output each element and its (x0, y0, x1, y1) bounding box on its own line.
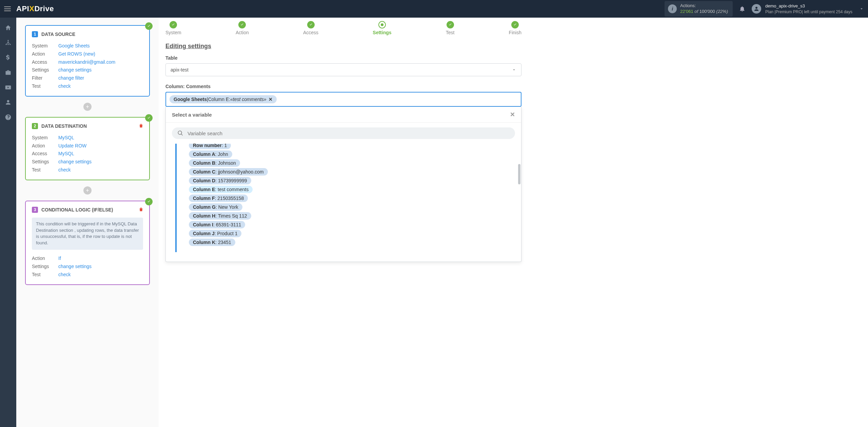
column-tag-input[interactable]: Google Sheets | Column E: «test comments… (165, 92, 521, 107)
card-data-destination: 2DATA DESTINATION SystemMySQLActionUpdat… (25, 117, 150, 180)
trash-icon[interactable] (138, 123, 144, 128)
variable-pill[interactable]: Row number: 1 (189, 144, 231, 149)
step-system[interactable]: System (165, 21, 181, 35)
logo[interactable]: APIXDrive (16, 4, 54, 13)
check-badge (145, 198, 153, 205)
right-column: System Action Access Settings Test Finis… (159, 18, 528, 427)
table-label: Table (165, 55, 521, 61)
help-icon[interactable] (5, 114, 12, 121)
variable-pill[interactable]: Column K: 23451 (189, 239, 235, 246)
link[interactable]: change settings (58, 263, 92, 271)
actions-usage[interactable]: i Actions: 22'061 of 100'000 (22%) (665, 1, 733, 17)
link[interactable]: change filter (58, 74, 84, 82)
logo-x: X (29, 4, 34, 13)
dropdown-title: Select a variable (172, 112, 212, 118)
topbar: APIXDrive i Actions: 22'061 of 100'000 (… (0, 0, 868, 18)
variable-pill[interactable]: Column B: Johnson (189, 159, 240, 167)
section-title: Editing settings (165, 43, 521, 50)
variable-pill[interactable]: Column A: John (189, 150, 232, 158)
column-label: Column: Comments (165, 84, 521, 89)
step-finish[interactable]: Finish (509, 21, 521, 35)
bell-icon[interactable] (739, 5, 746, 12)
variable-list: Row number: 1Column A: JohnColumn B: Joh… (175, 144, 521, 252)
card-data-source: 1DATA SOURCE SystemGoogle SheetsActionGe… (25, 25, 150, 97)
check-badge (145, 114, 153, 122)
remove-tag-icon[interactable]: ✕ (269, 97, 273, 102)
video-icon[interactable] (5, 84, 12, 91)
step-access[interactable]: Access (303, 21, 318, 35)
check-badge (145, 22, 153, 30)
search-box[interactable] (172, 127, 515, 139)
avatar[interactable] (752, 4, 761, 14)
search-input[interactable] (188, 130, 510, 136)
step-settings[interactable]: Settings (373, 21, 391, 35)
actions-text: Actions: 22'061 of 100'000 (22%) (680, 3, 728, 15)
selected-tag[interactable]: Google Sheets | Column E: «test comments… (170, 95, 277, 103)
user-block[interactable]: demo_apix-drive_s3 Plan |Premium PRO| le… (765, 3, 852, 15)
link[interactable]: change settings (58, 158, 92, 166)
variable-pill[interactable]: Column J: Product 1 (189, 230, 241, 237)
info-icon: i (668, 4, 677, 13)
variable-pill[interactable]: Column G: New York (189, 203, 242, 211)
profile-icon[interactable] (5, 99, 12, 106)
condition-note: This condition will be triggered if in t… (32, 218, 143, 250)
briefcase-icon[interactable] (5, 69, 12, 76)
menu-icon[interactable] (4, 6, 11, 11)
link[interactable]: Update ROW (58, 142, 86, 150)
variable-dropdown: Select a variable ✕ Row number: 1Column … (165, 107, 521, 262)
add-button[interactable]: + (83, 186, 92, 195)
billing-icon[interactable] (5, 54, 12, 61)
card-conditional-logic: 3CONDITIONAL LOGIC (IF/ELSE) This condit… (25, 201, 150, 285)
link[interactable]: MySQL (58, 150, 74, 158)
link[interactable]: check (58, 82, 71, 90)
variable-pill[interactable]: Column C: jjohnson@yahoo.com (189, 168, 268, 176)
link[interactable]: check (58, 271, 71, 279)
scrollbar-thumb[interactable] (518, 164, 520, 184)
close-icon[interactable]: ✕ (510, 111, 515, 118)
link[interactable]: Get ROWS (new) (58, 50, 95, 58)
chevron-down-icon (512, 67, 516, 72)
logo-text-post: Drive (34, 4, 54, 13)
search-icon (177, 130, 183, 136)
variable-pill[interactable]: Column D: 15739999999 (189, 177, 251, 184)
wizard-steps: System Action Access Settings Test Finis… (165, 18, 521, 38)
chevron-down-icon[interactable] (859, 6, 864, 11)
sidenav (0, 18, 16, 427)
logo-text-pre: API (16, 4, 29, 13)
link[interactable]: If (58, 255, 61, 263)
link[interactable]: check (58, 166, 71, 174)
variable-pill[interactable]: Column F: 2150355158 (189, 195, 248, 202)
link[interactable]: change settings (58, 66, 92, 74)
step-test[interactable]: Test (446, 21, 455, 35)
connections-icon[interactable] (5, 39, 12, 46)
variable-pill[interactable]: Column I: 65391-3111 (189, 221, 245, 228)
variable-pill[interactable]: Column H: Times Sq 112 (189, 212, 251, 220)
variable-pill[interactable]: Column E: test comments (189, 186, 253, 193)
add-button[interactable]: + (83, 103, 92, 111)
link[interactable]: Google Sheets (58, 42, 90, 50)
link[interactable]: maverickandrii@gmail.com (58, 58, 115, 66)
step-action[interactable]: Action (236, 21, 249, 35)
home-icon[interactable] (5, 24, 12, 31)
trash-icon[interactable] (138, 207, 144, 212)
table-select[interactable]: apix-test (165, 63, 521, 76)
left-column: GOOGLE SHEETS → (mysql, logic, mysql) 1D… (16, 18, 159, 427)
link[interactable]: MySQL (58, 134, 74, 142)
